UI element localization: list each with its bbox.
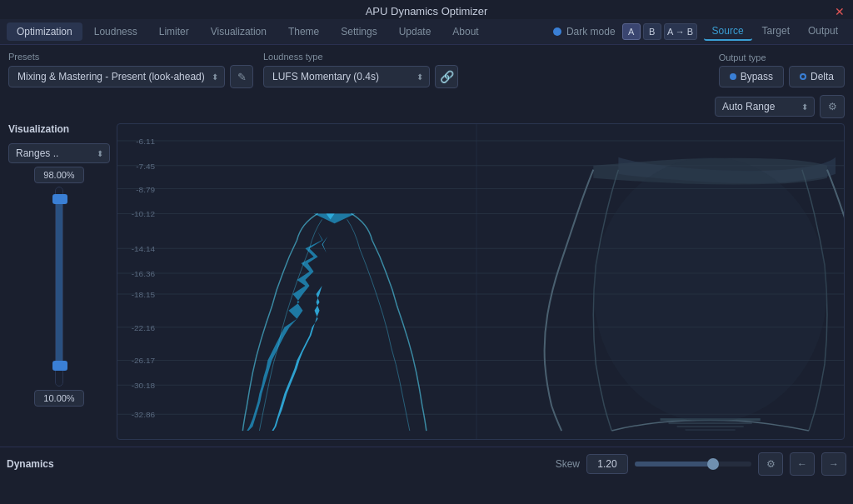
target-button[interactable]: Target: [754, 22, 798, 41]
svg-text:-32.86: -32.86: [132, 410, 156, 419]
dynamics-label: Dynamics: [7, 458, 54, 470]
a-button[interactable]: A: [622, 23, 641, 40]
loudness-label: Loudness type: [263, 52, 709, 62]
dynamics-back-button[interactable]: ←: [790, 452, 815, 476]
chart-area: -6.11 -7.45 -8.79 -10.12 -14.14 -16.36 -…: [117, 123, 845, 440]
b-button[interactable]: B: [643, 23, 661, 40]
visualization-section: Visualization Ranges .. 98.00% 10.00%: [8, 123, 845, 440]
svg-text:-10.12: -10.12: [132, 209, 156, 218]
slider-thumb-bottom[interactable]: [52, 361, 67, 371]
bypass-dot: [730, 73, 736, 80]
tab-update[interactable]: Update: [389, 22, 441, 41]
link-button[interactable]: 🔗: [435, 65, 458, 88]
skew-value: 1.20: [586, 454, 628, 474]
dynamics-forward-button[interactable]: →: [821, 452, 846, 476]
vertical-slider[interactable]: [55, 187, 63, 387]
delta-label: Delta: [811, 71, 834, 82]
preset-edit-button[interactable]: ✎: [230, 65, 253, 88]
bottom-value-badge: 10.00%: [34, 390, 84, 407]
delta-dot: [800, 73, 806, 80]
skew-slider-fill: [635, 462, 711, 467]
svg-text:-14.14: -14.14: [132, 244, 156, 253]
svg-marker-22: [247, 213, 355, 431]
dark-mode-toggle[interactable]: Dark mode: [553, 26, 616, 37]
dynamics-settings-button[interactable]: ⚙: [758, 452, 783, 476]
output-radio-row: Bypass Delta: [719, 66, 845, 87]
range-select[interactable]: Auto Range: [715, 97, 815, 117]
source-target: Source Target Output: [704, 22, 846, 41]
svg-text:-18.15: -18.15: [132, 290, 156, 299]
tab-theme[interactable]: Theme: [278, 22, 329, 41]
svg-text:-22.16: -22.16: [132, 323, 156, 332]
output-label: Output type: [719, 52, 845, 62]
tab-settings[interactable]: Settings: [331, 22, 387, 41]
svg-text:-26.17: -26.17: [132, 357, 156, 366]
skew-label: Skew: [556, 458, 580, 470]
delta-radio[interactable]: Delta: [789, 66, 845, 87]
svg-text:-8.79: -8.79: [136, 185, 155, 194]
svg-point-28: [593, 157, 827, 422]
preset-select-wrapper: Mixing & Mastering - Present (look-ahead…: [8, 66, 225, 87]
second-row: Auto Range ⚙: [8, 95, 845, 118]
top-value-badge: 98.00%: [34, 167, 84, 183]
visualization-svg: -6.11 -7.45 -8.79 -10.12 -14.14 -16.36 -…: [117, 124, 844, 439]
nav-tabs: Optimization Loudness Limiter Visualizat…: [7, 22, 489, 41]
main-content: Presets Mixing & Mastering - Present (lo…: [0, 45, 853, 447]
svg-marker-23: [272, 213, 334, 431]
ranges-dropdown[interactable]: Ranges ..: [8, 143, 110, 163]
ab-buttons: A B A → B: [622, 23, 697, 40]
svg-text:-6.11: -6.11: [136, 137, 155, 146]
dark-mode-dot: [553, 27, 561, 36]
visualization-label: Visualization: [8, 123, 110, 135]
loudness-select[interactable]: LUFS Momentary (0.4s): [263, 66, 430, 87]
bypass-label: Bypass: [741, 71, 773, 82]
range-select-wrapper: Auto Range: [715, 97, 815, 117]
svg-text:-7.45: -7.45: [136, 162, 155, 171]
svg-text:-30.18: -30.18: [132, 381, 156, 390]
title-bar: APU Dynamics Optimizer ✕: [0, 0, 853, 19]
loudness-select-wrapper: LUFS Momentary (0.4s): [263, 66, 430, 87]
app-title: APU Dynamics Optimizer: [366, 5, 488, 17]
tab-about[interactable]: About: [442, 22, 488, 41]
presets-label: Presets: [8, 52, 253, 62]
presets-group: Presets Mixing & Mastering - Present (lo…: [8, 52, 253, 88]
output-button[interactable]: Output: [800, 22, 846, 41]
close-button[interactable]: ✕: [835, 5, 845, 18]
nav-right: Dark mode A B A → B Source Target Output: [553, 22, 846, 41]
loudness-row: LUFS Momentary (0.4s) 🔗: [263, 65, 709, 88]
bypass-radio[interactable]: Bypass: [719, 66, 784, 87]
dark-mode-label: Dark mode: [566, 26, 616, 37]
preset-row: Mixing & Mastering - Present (look-ahead…: [8, 65, 253, 88]
top-controls: Presets Mixing & Mastering - Present (lo…: [8, 52, 845, 88]
tab-limiter[interactable]: Limiter: [149, 22, 199, 41]
bottom-bar: Dynamics Skew 1.20 ⚙ ← →: [0, 447, 853, 481]
range-settings-button[interactable]: ⚙: [820, 95, 845, 118]
svg-text:-16.36: -16.36: [132, 269, 156, 278]
slider-fill: [56, 196, 62, 369]
nav-bar: Optimization Loudness Limiter Visualizat…: [0, 19, 853, 45]
preset-select[interactable]: Mixing & Mastering - Present (look-ahead…: [8, 66, 225, 87]
loudness-group: Loudness type LUFS Momentary (0.4s) 🔗: [263, 52, 709, 88]
ranges-select-wrapper: Ranges ..: [8, 143, 110, 163]
tab-loudness[interactable]: Loudness: [84, 22, 147, 41]
svg-rect-27: [686, 429, 736, 431]
skew-slider-thumb[interactable]: [707, 458, 719, 470]
tab-visualization[interactable]: Visualization: [201, 22, 277, 41]
slider-container: 98.00% 10.00%: [8, 167, 110, 407]
svg-rect-26: [677, 426, 744, 427]
source-button[interactable]: Source: [704, 22, 752, 41]
tab-optimization[interactable]: Optimization: [7, 22, 82, 41]
skew-slider[interactable]: [635, 462, 751, 467]
left-panel: Visualization Ranges .. 98.00% 10.00%: [8, 123, 117, 440]
svg-rect-25: [669, 422, 752, 424]
output-group: Output type Bypass Delta: [719, 52, 845, 87]
ab-button[interactable]: A → B: [664, 23, 697, 40]
slider-thumb-top[interactable]: [52, 194, 67, 204]
